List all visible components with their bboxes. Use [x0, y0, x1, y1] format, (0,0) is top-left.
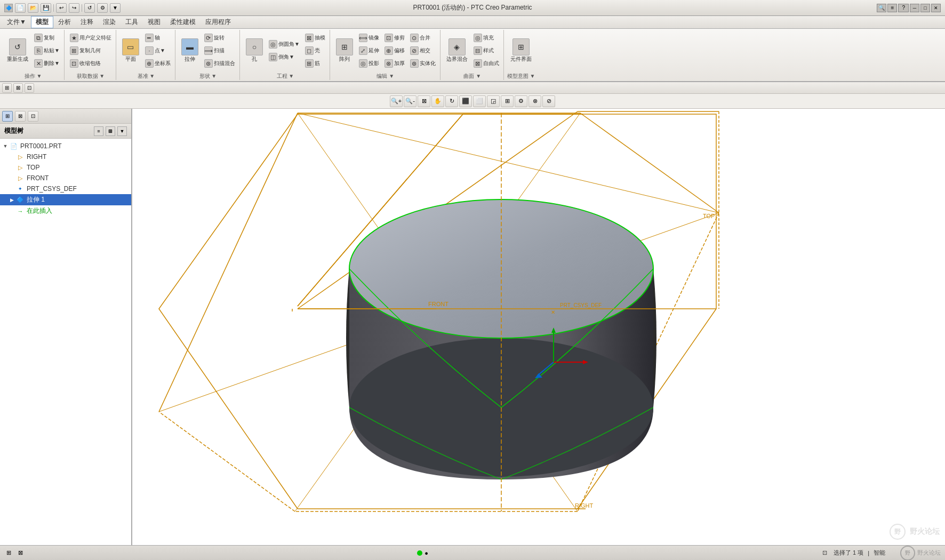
ribbon-btn-extrude[interactable]: ▬ 拉伸 [179, 36, 201, 65]
ribbon-btn-user-feature[interactable]: ★ 用户定义特征 [68, 32, 114, 44]
view-section-btn[interactable]: ⊗ [528, 95, 541, 107]
tools-btn[interactable]: ⚙ [97, 3, 108, 13]
ribbon-btn-delete[interactable]: ✕ 删除▼ [32, 58, 62, 69]
undo-btn[interactable]: ↩ [56, 3, 67, 13]
ribbon-btn-project[interactable]: ◎ 投影 [357, 58, 381, 69]
ribbon-btn-paste[interactable]: ⎘ 粘贴▼ [32, 45, 62, 57]
tree-columns-btn[interactable]: ⊞ [106, 126, 115, 136]
tree-tab-1[interactable]: ⊞ [2, 111, 13, 122]
menu-view[interactable]: 视图 [143, 16, 165, 28]
tree-item-right[interactable]: ▷ RIGHT [0, 151, 131, 162]
ribbon-btn-component[interactable]: ⊞ 元件界面 [508, 36, 534, 65]
ribbon-btn-shrink[interactable]: ⊡ 收缩包络 [68, 58, 114, 69]
app-icon[interactable]: 🔷 [4, 4, 13, 12]
tree-filter-btn[interactable]: ▼ [117, 126, 127, 136]
view-pan-btn[interactable]: ✋ [431, 95, 444, 107]
ribbon-btn-intersect[interactable]: ⊘ 相交 [408, 45, 438, 57]
ribbon-btn-axis[interactable]: ━ 轴 [143, 32, 173, 44]
save-btn[interactable]: 💾 [41, 3, 51, 13]
zoom-in-btn[interactable]: 🔍+ [390, 95, 403, 107]
ribbon-btn-solidify[interactable]: ⊛ 实体化 [408, 58, 438, 69]
close-btn[interactable]: ✕ [931, 4, 941, 12]
ribbon-btn-rib[interactable]: ⊞ 筋 [303, 58, 327, 69]
tree-settings-btn[interactable]: ≡ [94, 126, 103, 136]
view-repaint-btn[interactable]: ⬜ [473, 95, 486, 107]
menu-model[interactable]: 模型 [31, 16, 53, 28]
zoom-out-btn[interactable]: 🔍- [404, 95, 417, 107]
menu-annotation[interactable]: 注释 [76, 16, 98, 28]
ribbon-btn-regen[interactable]: ↺ 重新生成 [4, 36, 31, 65]
menu-render[interactable]: 渲染 [98, 16, 121, 28]
view-orient-btn[interactable]: ◲ [487, 95, 500, 107]
ribbon-btn-shell[interactable]: ◻ 壳 [303, 45, 327, 57]
group-label-intent: 模型意图 ▼ [507, 73, 535, 80]
ribbon-btn-fill[interactable]: ◎ 填充 [471, 32, 501, 44]
restore-btn[interactable]: □ [920, 4, 930, 12]
search-icon[interactable]: 🔍 [877, 4, 886, 12]
tree-item-top[interactable]: ▷ TOP [0, 162, 131, 173]
sub-btn-1[interactable]: ⊞ [2, 83, 12, 93]
view-visible-btn[interactable]: ⚙ [515, 95, 527, 107]
tree-tab-3[interactable]: ⊡ [28, 111, 38, 122]
redo-btn[interactable]: ↪ [69, 3, 79, 13]
ribbon-btn-draft[interactable]: ⊠ 抽模 [303, 32, 327, 44]
ribbon-btn-pattern[interactable]: ⊞ 阵列 [333, 36, 356, 65]
ribbon-btn-trim[interactable]: ⊡ 修剪 [382, 32, 407, 44]
new-btn[interactable]: 📄 [15, 3, 26, 13]
view-zoom-area-btn[interactable]: ⬛ [459, 95, 472, 107]
zoom-fit-btn[interactable]: ⊠ [418, 95, 430, 107]
tree-item-part[interactable]: ▼ 📄 PRT0001.PRT [0, 141, 131, 151]
ribbon-btn-blend[interactable]: ⊛ 扫描混合 [202, 58, 237, 69]
menu-flexible[interactable]: 柔性建模 [165, 16, 201, 28]
status-icon-2[interactable]: ⊠ [16, 549, 25, 557]
menu-file[interactable]: 文件▼ [2, 16, 31, 28]
ribbon-btn-merge[interactable]: ⊙ 合并 [408, 32, 438, 44]
help-btn[interactable]: ? [898, 4, 909, 12]
ribbon-btn-offset[interactable]: ⊕ 偏移 [382, 45, 407, 57]
ribbon-btn-copy[interactable]: ⧉ 复制 [32, 32, 62, 44]
menu-analysis[interactable]: 分析 [53, 16, 76, 28]
expand-part[interactable]: ▼ [2, 143, 9, 149]
ribbon-btn-sweep[interactable]: ⟿ 扫描 [202, 45, 237, 57]
tree-item-front[interactable]: ▷ FRONT [0, 173, 131, 183]
ribbon-btn-csys[interactable]: ⊕ 坐标系 [143, 58, 173, 69]
tree-item-insert[interactable]: → 在此插入 [0, 205, 131, 217]
ribbon-btn-boundary[interactable]: ◈ 边界混合 [444, 36, 470, 65]
ribbon-btn-hole[interactable]: ○ 孔 [243, 36, 266, 65]
tree-item-csys[interactable]: ✦ PRT_CSYS_DEF [0, 183, 131, 194]
viewport[interactable]: FRONT TOP RIGHT PRT_CSYS_DEF ✕ 野 野火论坛 [132, 109, 945, 545]
ribbon-btn-revolve[interactable]: ⟳ 旋转 [202, 32, 237, 44]
ribbon-btn-freeform[interactable]: ⊠ 自由式 [471, 58, 501, 69]
menu-apps[interactable]: 应用程序 [201, 16, 236, 28]
ribbon-btn-extend[interactable]: ⤢ 延伸 [357, 45, 381, 57]
more-btn[interactable]: ▼ [110, 3, 121, 13]
ribbon-btn-round[interactable]: ◎ 倒圆角▼ [267, 38, 302, 50]
expand-extrude1[interactable]: ▶ [9, 197, 15, 203]
settings-icon[interactable]: ≡ [887, 4, 897, 12]
tree-content: ▼ 📄 PRT0001.PRT ▷ RIGHT ▷ TOP ▷ FRONT [0, 139, 131, 545]
csys-icon: ⊕ [145, 59, 154, 68]
ribbon-btn-copy-geom[interactable]: ⊞ 复制几何 [68, 45, 114, 57]
view-3d-btn[interactable]: ⊘ [542, 95, 555, 107]
ribbon-btn-plane[interactable]: ▭ 平面 [119, 36, 142, 65]
regen-btn[interactable]: ↺ [84, 3, 95, 13]
tree-label-extrude1: 拉伸 1 [27, 195, 45, 204]
open-btn[interactable]: 📂 [28, 3, 38, 13]
ribbon-btn-thicken[interactable]: ⊗ 加厚 [382, 58, 407, 69]
view-rotate-btn[interactable]: ↻ [445, 95, 458, 107]
tree-tab-2[interactable]: ⊠ [15, 111, 26, 122]
ribbon-btn-style[interactable]: ⊟ 样式 [471, 45, 501, 57]
status-icon-1[interactable]: ⊞ [4, 549, 13, 557]
window-controls[interactable]: 🔍 ≡ ? ─ □ ✕ [877, 4, 941, 12]
tree-item-extrude1[interactable]: ▶ 🔷 拉伸 1 [0, 194, 131, 205]
svg-text:✕: ✕ [551, 309, 555, 315]
view-display-btn[interactable]: ⊞ [501, 95, 514, 107]
minimize-btn[interactable]: ─ [910, 4, 919, 12]
status-snap-icon[interactable]: ⊡ [821, 549, 829, 557]
ribbon-btn-chamfer[interactable]: ◫ 倒角▼ [267, 51, 302, 63]
sub-btn-3[interactable]: ⊡ [25, 83, 34, 93]
menu-tools[interactable]: 工具 [121, 16, 143, 28]
ribbon-btn-mirror[interactable]: ⟺ 镜像 [357, 32, 381, 44]
sub-btn-2[interactable]: ⊠ [13, 83, 23, 93]
ribbon-btn-point[interactable]: · 点▼ [143, 45, 173, 57]
